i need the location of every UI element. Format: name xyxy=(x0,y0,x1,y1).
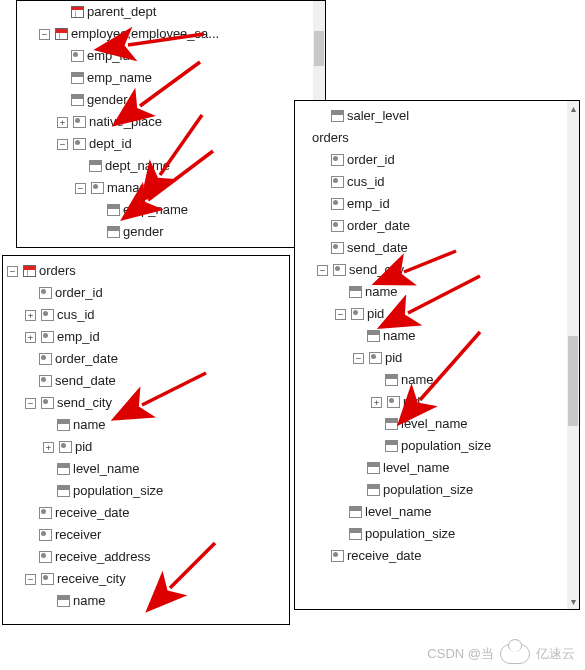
tree-node[interactable]: −dept_id xyxy=(17,133,325,155)
tree-node-label: native_place xyxy=(89,111,162,133)
toggle-spacer xyxy=(57,73,70,84)
tree-node[interactable]: dept_name xyxy=(17,155,325,177)
expand-icon[interactable]: + xyxy=(25,332,36,343)
tree-node[interactable]: parent_dept xyxy=(17,1,325,23)
tree-node[interactable]: −employee,employee_sa... xyxy=(17,23,325,45)
tree-node-label: order_date xyxy=(347,215,410,237)
tree-node[interactable]: saler_level xyxy=(295,105,579,127)
collapse-icon[interactable]: − xyxy=(39,29,50,40)
toggle-spacer xyxy=(93,227,106,238)
tree-node[interactable]: receive_address xyxy=(3,546,289,568)
collapse-icon[interactable]: − xyxy=(25,574,36,585)
key-field-icon xyxy=(350,307,364,321)
tree-node[interactable]: cus_id xyxy=(295,171,579,193)
collapse-icon[interactable]: − xyxy=(75,183,86,194)
tree-node-label: name xyxy=(383,325,416,347)
tree-node[interactable]: population_size xyxy=(295,435,579,457)
tree-node[interactable]: receiver xyxy=(3,524,289,546)
field-icon xyxy=(348,505,362,519)
tree-node[interactable]: emp_name xyxy=(17,67,325,89)
tree-node[interactable]: level_name xyxy=(295,413,579,435)
tree-node[interactable]: population_size xyxy=(3,480,289,502)
collapse-icon[interactable]: − xyxy=(353,353,364,364)
tree-node[interactable]: send_date xyxy=(3,370,289,392)
scroll-up-icon[interactable]: ▴ xyxy=(567,101,579,116)
tree-node[interactable]: −manager xyxy=(17,177,325,199)
tree-node[interactable]: send_date xyxy=(295,237,579,259)
tree-node[interactable]: population_size xyxy=(295,479,579,501)
tree-node-label: receive_date xyxy=(55,502,129,524)
toggle-spacer xyxy=(353,485,366,496)
tree-node[interactable]: name xyxy=(3,590,289,612)
tree-node[interactable]: order_id xyxy=(295,149,579,171)
tree-node-label: orders xyxy=(312,127,349,149)
watermark-brand: 亿速云 xyxy=(536,645,575,663)
tree-node[interactable]: name xyxy=(3,414,289,436)
key-field-icon xyxy=(90,181,104,195)
collapse-icon[interactable]: − xyxy=(25,398,36,409)
tree-node-label: employee,employee_sa... xyxy=(71,23,219,45)
toggle-spacer xyxy=(335,529,348,540)
tree-node[interactable]: +native_place xyxy=(17,111,325,133)
tree-node[interactable]: +cus_id xyxy=(3,304,289,326)
toggle-spacer xyxy=(335,287,348,298)
tree-node[interactable]: gender xyxy=(17,221,325,243)
toggle-spacer xyxy=(371,441,384,452)
collapse-icon[interactable]: − xyxy=(335,309,346,320)
collapse-icon[interactable]: − xyxy=(57,139,68,150)
scroll-thumb[interactable] xyxy=(568,336,578,426)
expand-icon[interactable]: + xyxy=(371,397,382,408)
expand-icon[interactable]: + xyxy=(43,442,54,453)
tree-panel-bottom-left: −ordersorder_id+cus_id+emp_idorder_dates… xyxy=(2,255,290,625)
expand-icon[interactable]: + xyxy=(25,310,36,321)
tree-node[interactable]: gender xyxy=(17,89,325,111)
tree-node-label: cus_id xyxy=(347,171,385,193)
scroll-thumb[interactable] xyxy=(314,31,324,66)
tree-node[interactable]: name xyxy=(295,369,579,391)
tree-node[interactable]: emp_name xyxy=(17,199,325,221)
tree-node[interactable]: level_name xyxy=(295,457,579,479)
field-icon xyxy=(330,109,344,123)
tree-node[interactable]: −pid xyxy=(295,347,579,369)
tree-node[interactable]: emp_id xyxy=(295,193,579,215)
tree-node-label: orders xyxy=(39,260,76,282)
tree-node-label: dept_name xyxy=(105,155,170,177)
field-icon xyxy=(348,527,362,541)
key-field-icon xyxy=(330,153,344,167)
collapse-icon[interactable]: − xyxy=(317,265,328,276)
scroll-down-icon[interactable]: ▾ xyxy=(567,594,579,609)
tree-node[interactable]: −pid xyxy=(295,303,579,325)
key-field-icon xyxy=(38,286,52,300)
tree-node[interactable]: −send_city xyxy=(3,392,289,414)
tree-node[interactable]: orders xyxy=(295,127,579,149)
tree-node[interactable]: order_id xyxy=(3,282,289,304)
tree-node[interactable]: order_date xyxy=(3,348,289,370)
tree-node[interactable]: order_date xyxy=(295,215,579,237)
tree-node[interactable]: population_size xyxy=(295,523,579,545)
tree-node[interactable]: −send_city xyxy=(295,259,579,281)
tree-node[interactable]: name xyxy=(295,325,579,347)
toggle-spacer xyxy=(57,95,70,106)
collapse-icon[interactable]: − xyxy=(7,266,18,277)
field-icon xyxy=(366,329,380,343)
tree-node[interactable]: +pid xyxy=(3,436,289,458)
tree-node[interactable]: +pid xyxy=(295,391,579,413)
tree-node[interactable]: level_name xyxy=(3,458,289,480)
toggle-spacer xyxy=(43,486,56,497)
tree-node[interactable]: level_name xyxy=(295,501,579,523)
tree-node-label: receiver xyxy=(55,524,101,546)
tree-node[interactable]: receive_date xyxy=(295,545,579,567)
tree-node-label: send_date xyxy=(347,237,408,259)
tree-node[interactable]: receive_date xyxy=(3,502,289,524)
tree-node[interactable]: −orders xyxy=(3,260,289,282)
expand-icon[interactable]: + xyxy=(57,117,68,128)
tree-node[interactable]: +emp_id xyxy=(3,326,289,348)
toggle-spacer xyxy=(25,288,38,299)
table-icon xyxy=(22,264,36,278)
tree-node[interactable]: emp_id xyxy=(17,45,325,67)
tree-node-label: receive_city xyxy=(57,568,126,590)
tree-node-label: level_name xyxy=(383,457,450,479)
scrollbar[interactable]: ▴ ▾ xyxy=(567,101,579,609)
tree-node[interactable]: −receive_city xyxy=(3,568,289,590)
tree-node[interactable]: name xyxy=(295,281,579,303)
